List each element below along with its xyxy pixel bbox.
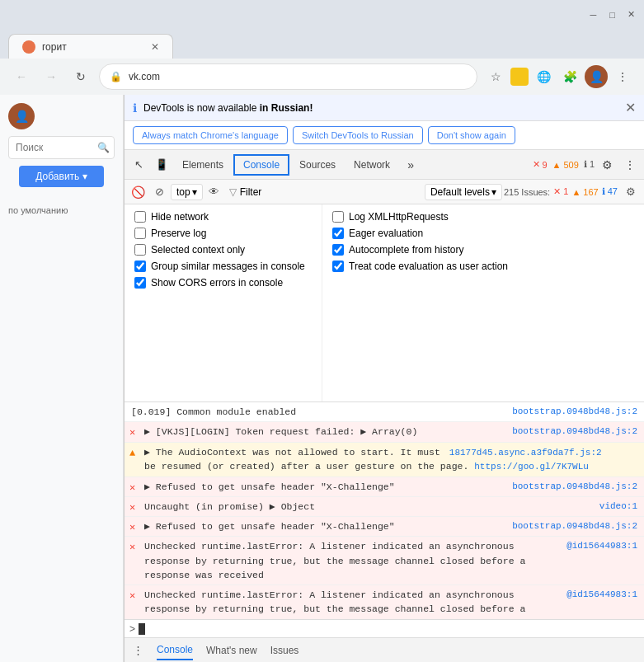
more-tabs-button[interactable]: » bbox=[400, 154, 421, 176]
console-output[interactable]: [0.019] Common module enabled bootstrap.… bbox=[125, 402, 644, 619]
issues-warning-count: ▲ 167 bbox=[571, 187, 598, 197]
minimize-button[interactable]: ─ bbox=[587, 8, 599, 21]
setting-treat-code: Treat code evaluation as user action bbox=[332, 261, 634, 272]
language-icon[interactable]: 🌐 bbox=[532, 65, 555, 88]
user-avatar: 👤 bbox=[8, 103, 35, 129]
eye-button[interactable]: 👁 bbox=[204, 182, 224, 202]
preserve-log-checkbox[interactable] bbox=[134, 228, 146, 239]
sidebar-header: 👤 🔍 Добавить ▾ bbox=[0, 95, 123, 199]
issues-label: 215 Issues: bbox=[504, 187, 550, 197]
settings-left: Hide network Preserve log Selected conte… bbox=[125, 204, 322, 401]
close-button[interactable]: ✕ bbox=[625, 8, 637, 21]
group-similar-checkbox[interactable] bbox=[134, 261, 146, 272]
entry-link[interactable]: bootstrap.0948bd48.js:2 bbox=[512, 480, 637, 494]
entry-link-2[interactable]: https://goo.gl/7K7WLu bbox=[474, 462, 589, 472]
cors-errors-label: Show CORS errors in console bbox=[151, 277, 283, 289]
error-icon: ✕ bbox=[129, 589, 135, 603]
warning-icon: ▲ bbox=[129, 446, 135, 461]
group-similar-label: Group similar messages in console bbox=[151, 261, 305, 272]
tab-sources[interactable]: Sources bbox=[291, 154, 344, 176]
sidebar: 👤 🔍 Добавить ▾ по умолчанию bbox=[0, 95, 124, 662]
lock-icon: 🔒 bbox=[110, 71, 122, 82]
maximize-button[interactable]: □ bbox=[606, 8, 618, 21]
entry-link[interactable]: @id15644983:1 bbox=[566, 539, 637, 553]
star-icon[interactable]: ☆ bbox=[484, 65, 507, 88]
devtools-settings-button[interactable]: ⚙ bbox=[596, 154, 618, 176]
dont-show-button[interactable]: Don't show again bbox=[428, 126, 515, 144]
console-entry: ✕ Unchecked runtime.lastError: A listene… bbox=[125, 585, 644, 619]
error-icon: ✕ bbox=[129, 425, 135, 440]
extensions-icon[interactable]: 🧩 bbox=[558, 65, 581, 88]
issues-bar: 215 Issues: ✕ 1 ▲ 167 ℹ 47 ⚙ bbox=[504, 182, 641, 202]
extension-icon[interactable] bbox=[510, 68, 529, 86]
levels-label: Default levels bbox=[430, 186, 490, 198]
device-toolbar-button[interactable]: 📱 bbox=[151, 154, 172, 176]
entry-text: [0.019] Common module enabled bbox=[131, 405, 507, 419]
tab-network[interactable]: Network bbox=[346, 154, 398, 176]
entry-link[interactable]: bootstrap.0948bd48.js:2 bbox=[512, 425, 637, 439]
address-bar[interactable]: 🔒 vk.com bbox=[99, 63, 477, 90]
reload-button[interactable]: ↻ bbox=[69, 65, 92, 88]
tab-close-button[interactable]: ✕ bbox=[151, 41, 159, 53]
selected-context-checkbox[interactable] bbox=[134, 244, 146, 256]
context-selector[interactable]: top ▾ bbox=[171, 184, 203, 200]
entry-link-1[interactable]: 18177d45.async.a3f9da7f.js:2 bbox=[449, 448, 602, 458]
console-toolbar: 🚫 ⊘ top ▾ 👁 ▽ Filter Default levels ▾ 21 bbox=[125, 180, 644, 204]
browser-tab[interactable]: горит ✕ bbox=[8, 34, 173, 59]
notification-close-button[interactable]: ✕ bbox=[625, 100, 636, 115]
clear-console-button[interactable]: 🚫 bbox=[128, 182, 148, 202]
hide-network-checkbox[interactable] bbox=[134, 211, 146, 223]
entry-link[interactable]: bootstrap.0948bd48.js:2 bbox=[512, 405, 637, 419]
tab-elements[interactable]: Elements bbox=[174, 154, 232, 176]
entry-link[interactable]: video:1 bbox=[599, 500, 637, 514]
console-input[interactable]: > bbox=[125, 619, 644, 637]
add-button[interactable]: Добавить ▾ bbox=[19, 166, 104, 187]
issues-settings-icon[interactable]: ⚙ bbox=[621, 182, 641, 202]
switch-russian-button[interactable]: Switch DevTools to Russian bbox=[293, 126, 423, 144]
entry-text: ▶ The AudioContext was not allowed to st… bbox=[144, 445, 637, 474]
tab-console[interactable]: Console bbox=[233, 154, 289, 176]
log-xhr-checkbox[interactable] bbox=[332, 211, 344, 223]
profile-icon[interactable]: 👤 bbox=[585, 65, 608, 88]
inspect-element-button[interactable]: ↖ bbox=[128, 154, 149, 176]
match-language-button[interactable]: Always match Chrome's language bbox=[133, 126, 288, 144]
levels-selector[interactable]: Default levels ▾ bbox=[425, 184, 502, 200]
bottom-tab-issues[interactable]: Issues bbox=[270, 641, 299, 660]
notification-text: DevTools is now available in Russian! bbox=[143, 102, 618, 114]
bottom-tab-whatsnew[interactable]: What's new bbox=[206, 641, 257, 660]
settings-panel: Hide network Preserve log Selected conte… bbox=[125, 204, 644, 402]
filter-area: ▽ Filter bbox=[226, 186, 327, 198]
devtools-more-button[interactable]: ⋮ bbox=[619, 154, 641, 176]
autocomplete-checkbox[interactable] bbox=[332, 244, 344, 256]
console-entry: ▲ ▶ The AudioContext was not allowed to … bbox=[125, 443, 644, 477]
warning-count: ▲ 509 bbox=[552, 160, 579, 170]
entry-link[interactable]: bootstrap.0948bd48.js:2 bbox=[512, 519, 637, 533]
setting-preserve-log: Preserve log bbox=[134, 228, 312, 239]
filter-icon: ▽ bbox=[229, 186, 237, 198]
eager-eval-checkbox[interactable] bbox=[332, 228, 344, 239]
back-button[interactable]: ← bbox=[10, 65, 33, 88]
console-cursor bbox=[139, 623, 145, 635]
info-count: ℹ 1 bbox=[584, 159, 595, 170]
filter-label: Filter bbox=[240, 186, 262, 198]
eager-eval-label: Eager evaluation bbox=[349, 228, 423, 239]
entry-text: ▶ [VKJS][LOGIN] Token request failed: ▶ … bbox=[144, 425, 507, 439]
url-text: vk.com bbox=[129, 71, 160, 82]
cors-errors-checkbox[interactable] bbox=[134, 277, 146, 289]
setting-group-similar: Group similar messages in console bbox=[134, 261, 312, 272]
console-filter-icon: ⊘ bbox=[149, 182, 169, 202]
setting-autocomplete: Autocomplete from history bbox=[332, 244, 634, 256]
devtools-toolbar: ↖ 📱 Elements Console Sources Network » ✕… bbox=[125, 150, 644, 180]
tab-bar: горит ✕ bbox=[0, 29, 644, 59]
bottom-more-icon[interactable]: ⋮ bbox=[133, 644, 143, 656]
treat-code-checkbox[interactable] bbox=[332, 261, 344, 272]
issues-info-count: ℹ 47 bbox=[602, 186, 618, 197]
bottom-tab-console[interactable]: Console bbox=[157, 641, 193, 660]
main-area: 👤 🔍 Добавить ▾ по умолчанию ℹ DevTools i… bbox=[0, 95, 644, 662]
entry-link[interactable]: @id15644983:1 bbox=[566, 588, 637, 602]
menu-icon[interactable]: ⋮ bbox=[611, 65, 634, 88]
error-icon: ✕ bbox=[129, 481, 135, 495]
selected-context-label: Selected context only bbox=[151, 244, 245, 256]
forward-button[interactable]: → bbox=[40, 65, 63, 88]
bottom-tabbar: ⋮ Console What's new Issues bbox=[125, 637, 644, 662]
